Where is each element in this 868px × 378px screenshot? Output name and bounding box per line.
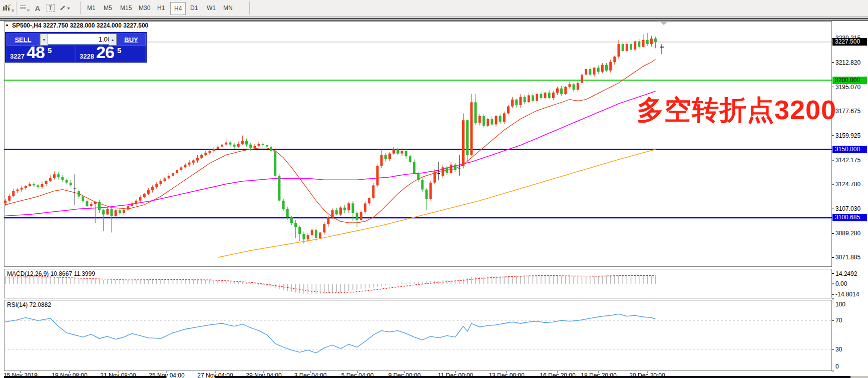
sell-price-box[interactable]: 3227 48 5 bbox=[7, 46, 75, 62]
rsi-label: RSI(14) 72.0882 bbox=[7, 301, 51, 308]
buy-price-box[interactable]: 3228 26 5 bbox=[76, 46, 145, 62]
sell-price-small: 3227 bbox=[10, 53, 25, 60]
rsi-tick-label: 100 bbox=[835, 301, 845, 308]
price-tick-label: 3195.070 bbox=[835, 84, 860, 91]
mt4-terminal: EFATM1M5M15M30H1H4D1W1MN ▲ SP500-,H4 322… bbox=[0, 0, 868, 378]
sell-price-sup: 5 bbox=[48, 46, 52, 55]
price-tick-label: 3159.925 bbox=[835, 132, 860, 139]
price-tick-label: 3107.030 bbox=[835, 205, 860, 212]
macd-tick-label: 14.2492 bbox=[835, 270, 857, 277]
chart-text-annotation: 多空转折点3200 bbox=[637, 95, 836, 125]
dock-window-edge bbox=[850, 376, 868, 378]
price-level-label: 3150.000 bbox=[832, 146, 867, 153]
price-tick-label: 3212.820 bbox=[835, 59, 860, 66]
macd-tick-label: 0.00 bbox=[835, 280, 847, 287]
dock-window-edge bbox=[4, 376, 166, 378]
rsi-tick-label: 0 bbox=[835, 363, 839, 370]
price-level-label: 3100.685 bbox=[832, 214, 867, 221]
price-level-label: 3200.000 bbox=[832, 77, 867, 84]
buy-button[interactable]: BUY bbox=[117, 34, 146, 46]
price-tick-label: 3142.175 bbox=[835, 157, 860, 164]
price-tick-label: 3089.280 bbox=[835, 230, 860, 237]
rsi-tick-label: 30 bbox=[835, 346, 842, 353]
macd-label: MACD(12,26,9) 10.8667 11.3999 bbox=[7, 270, 95, 277]
price-level-label: 3227.500 bbox=[832, 38, 867, 46]
dock-window-edge bbox=[215, 376, 850, 378]
buy-price-small: 3228 bbox=[80, 53, 94, 60]
price-tick-label: 3071.885 bbox=[835, 254, 860, 261]
sell-price-big: 48 bbox=[27, 43, 45, 62]
price-tick-label: 3177.675 bbox=[835, 108, 860, 115]
price-tick-label: 3124.780 bbox=[835, 181, 860, 188]
one-click-trade-panel: SELL ▼ ▲ BUY 3227 48 5 3228 26 5 bbox=[5, 32, 147, 63]
buy-price-sup: 5 bbox=[117, 46, 121, 55]
one-click-toggle-icon[interactable]: ▲ bbox=[5, 23, 9, 27]
symbol-ohlc-header: SP500-,H4 3227.750 3228.000 3224.000 322… bbox=[12, 22, 148, 29]
buy-price-big: 26 bbox=[96, 43, 114, 62]
rsi-tick-label: 70 bbox=[835, 317, 842, 324]
macd-tick-label: -14.8014 bbox=[835, 291, 859, 298]
